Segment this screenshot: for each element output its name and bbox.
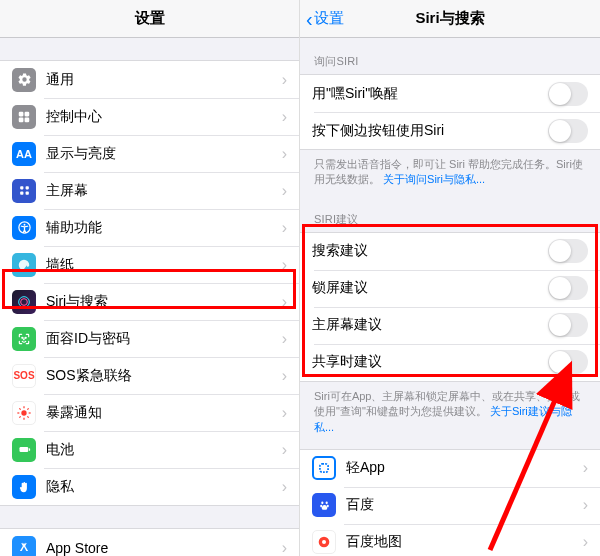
row-label: 百度地图 xyxy=(346,533,579,551)
chevron-right-icon: › xyxy=(282,367,287,385)
row-label: Siri与搜索 xyxy=(46,293,278,311)
row-label: 用"嘿Siri"唤醒 xyxy=(312,85,548,103)
row-search-suggest[interactable]: 搜索建议 xyxy=(300,233,600,270)
siri-icon xyxy=(12,290,36,314)
row-appstore[interactable]: App Store › xyxy=(0,529,299,556)
row-label: 墙纸 xyxy=(46,256,278,274)
svg-rect-0 xyxy=(19,111,24,116)
svg-point-14 xyxy=(21,410,26,415)
navbar-right: ‹ 设置 Siri与搜索 xyxy=(300,0,600,38)
row-label: 主屏幕 xyxy=(46,182,278,200)
row-control-center[interactable]: 控制中心 › xyxy=(0,98,299,135)
svg-rect-3 xyxy=(25,117,30,122)
chevron-right-icon: › xyxy=(282,71,287,89)
navbar-title: Siri与搜索 xyxy=(415,9,484,28)
row-sos[interactable]: SOS SOS紧急联络 › xyxy=(0,357,299,394)
row-battery[interactable]: 电池 › xyxy=(0,431,299,468)
toggle[interactable] xyxy=(548,119,588,143)
navbar-title: 设置 xyxy=(135,9,165,28)
row-label: 暴露通知 xyxy=(46,404,278,422)
row-label: 辅助功能 xyxy=(46,219,278,237)
toggle[interactable] xyxy=(548,276,588,300)
row-home-screen[interactable]: 主屏幕 › xyxy=(0,172,299,209)
row-home-suggest[interactable]: 主屏幕建议 xyxy=(300,307,600,344)
section-footer-suggest: Siri可在App、主屏幕和锁定屏幕中、或在共享、搜索或使用"查询"和键盘时为您… xyxy=(300,382,600,443)
svg-point-11 xyxy=(21,298,28,305)
row-label: SOS紧急联络 xyxy=(46,367,278,385)
toggle[interactable] xyxy=(548,350,588,374)
svg-rect-2 xyxy=(19,117,24,122)
svg-rect-1 xyxy=(25,111,30,116)
gear-icon xyxy=(12,68,36,92)
display-icon: AA xyxy=(12,142,36,166)
svg-rect-23 xyxy=(19,447,28,452)
toggle[interactable] xyxy=(548,82,588,106)
section-header-suggest: SIRI建议 xyxy=(300,196,600,232)
chevron-left-icon: ‹ xyxy=(306,9,313,29)
row-lockscreen-suggest[interactable]: 锁屏建议 xyxy=(300,270,600,307)
back-label: 设置 xyxy=(314,9,344,28)
wallpaper-icon xyxy=(12,253,36,277)
exposure-icon xyxy=(12,401,36,425)
svg-point-9 xyxy=(23,224,25,226)
home-icon xyxy=(12,179,36,203)
svg-rect-24 xyxy=(28,448,29,451)
baidu-map-icon xyxy=(312,530,336,554)
row-label: 百度 xyxy=(346,496,579,514)
siri-panel: ‹ 设置 Siri与搜索 询问SIRI 用"嘿Siri"唤醒 按下侧边按钮使用S… xyxy=(300,0,600,556)
chevron-right-icon: › xyxy=(282,330,287,348)
chevron-right-icon: › xyxy=(282,404,287,422)
battery-icon xyxy=(12,438,36,462)
svg-point-13 xyxy=(25,337,26,338)
settings-group-1: 通用 › 控制中心 › AA 显示与亮度 › xyxy=(0,60,299,506)
row-baidu-map[interactable]: 百度地图 › xyxy=(300,524,600,556)
link-ask-privacy[interactable]: 关于询问Siri与隐私... xyxy=(383,173,485,185)
row-general[interactable]: 通用 › xyxy=(0,61,299,98)
quick-app-icon xyxy=(312,456,336,480)
row-accessibility[interactable]: 辅助功能 › xyxy=(0,209,299,246)
row-side-button-siri[interactable]: 按下侧边按钮使用Siri xyxy=(300,112,600,149)
back-button[interactable]: ‹ 设置 xyxy=(306,0,344,37)
row-label: App Store xyxy=(46,540,278,556)
svg-point-30 xyxy=(325,501,327,504)
svg-rect-5 xyxy=(25,186,28,189)
row-baidu[interactable]: 百度 › xyxy=(300,487,600,524)
row-label: 隐私 xyxy=(46,478,278,496)
row-label: 面容ID与密码 xyxy=(46,330,278,348)
row-label: 通用 xyxy=(46,71,278,89)
row-faceid[interactable]: 面容ID与密码 › xyxy=(0,320,299,357)
faceid-icon xyxy=(12,327,36,351)
chevron-right-icon: › xyxy=(282,539,287,557)
chevron-right-icon: › xyxy=(583,533,588,551)
row-hey-siri[interactable]: 用"嘿Siri"唤醒 xyxy=(300,75,600,112)
row-display[interactable]: AA 显示与亮度 › xyxy=(0,135,299,172)
row-label: 电池 xyxy=(46,441,278,459)
chevron-right-icon: › xyxy=(282,256,287,274)
baidu-icon xyxy=(312,493,336,517)
row-wallpaper[interactable]: 墙纸 › xyxy=(0,246,299,283)
row-label: 搜索建议 xyxy=(312,242,548,260)
row-exposure[interactable]: 暴露通知 › xyxy=(0,394,299,431)
chevron-right-icon: › xyxy=(282,293,287,311)
svg-point-34 xyxy=(322,540,326,544)
toggle[interactable] xyxy=(548,313,588,337)
row-share-suggest[interactable]: 共享时建议 xyxy=(300,344,600,381)
chevron-right-icon: › xyxy=(282,182,287,200)
svg-line-21 xyxy=(19,416,20,417)
svg-point-12 xyxy=(22,337,23,338)
svg-line-22 xyxy=(27,408,28,409)
row-label: 锁屏建议 xyxy=(312,279,548,297)
svg-rect-28 xyxy=(320,464,328,472)
svg-point-29 xyxy=(321,501,323,504)
svg-line-19 xyxy=(19,408,20,409)
row-label: 控制中心 xyxy=(46,108,278,126)
chevron-right-icon: › xyxy=(282,478,287,496)
navbar-left: 设置 xyxy=(0,0,299,38)
row-label: 显示与亮度 xyxy=(46,145,278,163)
toggle[interactable] xyxy=(548,239,588,263)
row-siri-search[interactable]: Siri与搜索 › xyxy=(0,283,299,320)
svg-rect-6 xyxy=(20,192,23,195)
accessibility-icon xyxy=(12,216,36,240)
row-quick-app[interactable]: 轻App › xyxy=(300,450,600,487)
row-privacy[interactable]: 隐私 › xyxy=(0,468,299,505)
